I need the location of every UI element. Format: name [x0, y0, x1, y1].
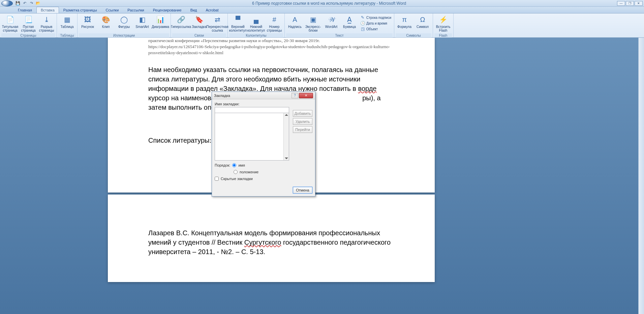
bookmark-list[interactable] — [215, 113, 289, 161]
hidden-bookmarks-checkbox[interactable] — [215, 177, 219, 181]
dialog-help-button[interactable]: ? — [292, 93, 298, 98]
document-workspace[interactable]: практической конференции «Перспективы ра… — [0, 38, 644, 314]
quick-access-toolbar: 💾 ↶ ↷ 📂 — [15, 1, 41, 6]
symbol-icon: Ω — [418, 15, 427, 24]
bookmark-name-label: Имя закладки: — [215, 102, 312, 106]
pagenum-icon: # — [270, 15, 279, 24]
office-button[interactable] — [1, 0, 13, 6]
smartart-button[interactable]: ◧SmartArt — [133, 15, 151, 33]
textbox-button[interactable]: AНадпись — [286, 15, 304, 33]
bookmark-dialog: Закладка ? ✕ Имя закладки: Добавить Удал… — [212, 92, 315, 197]
dialog-body: Имя закладки: Добавить Удалить Перейти П… — [212, 99, 315, 196]
clipart-icon: 🎨 — [101, 15, 111, 24]
table-button[interactable]: ▦Таблица — [58, 15, 76, 33]
tab-view[interactable]: Вид — [186, 7, 202, 13]
doc-url: https://docplayer.ru/126547106-Sekciya-p… — [148, 44, 394, 56]
header-button[interactable]: ▀Верхний колонтитул — [229, 15, 247, 33]
equation-button[interactable]: πФормула — [396, 15, 413, 33]
quickparts-button[interactable]: ▣Экспресс-блоки — [304, 15, 322, 33]
goto-bookmark-button[interactable]: Перейти — [293, 126, 312, 133]
sort-position-radio[interactable] — [234, 170, 238, 174]
dropcap-button[interactable]: A̲Буквица — [341, 15, 358, 33]
add-bookmark-button[interactable]: Добавить — [293, 110, 312, 117]
tab-mailings[interactable]: Рассылки — [123, 7, 148, 13]
document-page[interactable]: Лазарев В.С. Концептуальная модель форми… — [108, 195, 435, 282]
dialog-close-button[interactable]: ✕ — [299, 93, 313, 98]
minimize-button[interactable]: — — [617, 1, 625, 6]
sort-name-radio[interactable] — [232, 163, 236, 167]
datetime-icon: 🕓 — [360, 21, 365, 26]
crossref-button[interactable]: ⇄Перекрестная ссылка — [209, 15, 226, 33]
blank-page-icon: 📃 — [24, 15, 33, 24]
equation-icon: π — [400, 15, 409, 24]
vertical-scrollbar[interactable] — [638, 38, 644, 314]
page-number-button[interactable]: #Номер страницы — [266, 15, 283, 33]
clipart-button[interactable]: 🎨Клип — [97, 15, 115, 33]
table-icon: ▦ — [62, 15, 72, 24]
textbox-icon: A — [290, 15, 300, 24]
chart-button[interactable]: 📊Диаграмма — [152, 15, 169, 33]
embed-flash-button[interactable]: ⚡Встроить Flash — [434, 15, 452, 33]
group-symbols: πФормула ΩСимвол Символы — [394, 13, 433, 37]
smartart-icon: ◧ — [137, 15, 147, 24]
hidden-bookmarks-row: Скрытые закладки — [215, 177, 312, 181]
break-icon: ⤓ — [42, 15, 51, 24]
close-window-button[interactable]: ✕ — [635, 1, 643, 6]
group-label: Колонтитулы — [229, 33, 283, 38]
doc-line: практической конференции «Перспективы ра… — [148, 38, 394, 44]
group-illustrations: 🖼Рисунок 🎨Клип ◯Фигуры ◧SmartArt 📊Диагра… — [78, 13, 171, 37]
crossref-icon: ⇄ — [213, 15, 222, 24]
tab-page-layout[interactable]: Разметка страницы — [59, 7, 101, 13]
dropcap-icon: A̲ — [345, 15, 354, 24]
group-tables: ▦Таблица Таблицы — [57, 13, 78, 37]
footer-button[interactable]: ▄Нижний колонтитул — [247, 15, 265, 33]
flash-icon: ⚡ — [438, 15, 448, 24]
hyperlink-icon: 🔗 — [176, 15, 186, 24]
undo-icon[interactable]: ↶ — [22, 1, 28, 6]
symbol-button[interactable]: ΩСимвол — [414, 15, 431, 33]
dialog-titlebar[interactable]: Закладка ? ✕ — [212, 92, 315, 99]
hidden-bookmarks-label: Скрытые закладки — [221, 177, 253, 181]
tab-review[interactable]: Рецензирование — [149, 7, 186, 13]
picture-icon: 🖼 — [83, 15, 92, 24]
date-time-button[interactable]: 🕓Дата и время — [359, 21, 393, 26]
bookmark-button[interactable]: 🔖Закладка — [190, 15, 208, 33]
cover-page-button[interactable]: 📄Титульная страница — [1, 15, 19, 33]
list-scrollbar[interactable] — [283, 113, 289, 160]
group-pages: 📄Титульная страница 📃Пустая страница ⤓Ра… — [0, 13, 57, 37]
tab-acrobat[interactable]: Acrobat — [202, 7, 223, 13]
tab-insert[interactable]: Вставка — [36, 7, 59, 13]
picture-button[interactable]: 🖼Рисунок — [79, 15, 96, 33]
sort-order-row2: положение — [234, 170, 312, 174]
tab-home[interactable]: Главная — [13, 7, 36, 13]
redo-icon[interactable]: ↷ — [28, 1, 34, 6]
order-label: Порядок: — [215, 163, 230, 167]
group-label: Flash — [434, 33, 452, 38]
quickparts-icon: ▣ — [308, 15, 318, 24]
ribbon: 📄Титульная страница 📃Пустая страница ⤓Ра… — [0, 13, 644, 38]
shapes-icon: ◯ — [119, 15, 129, 24]
page-icon: 📄 — [5, 15, 15, 24]
group-label: Текст — [286, 33, 393, 38]
group-flash: ⚡Встроить Flash Flash — [433, 13, 454, 37]
delete-bookmark-button[interactable]: Удалить — [293, 118, 312, 125]
group-links: 🔗Гиперссылка 🔖Закладка ⇄Перекрестная ссы… — [171, 13, 228, 37]
page-break-button[interactable]: ⤓Разрыв страницы — [38, 15, 55, 33]
group-text: AНадпись ▣Экспресс-блоки 𝒲WordArt A̲Букв… — [285, 13, 394, 37]
restore-button[interactable]: ❐ — [626, 1, 634, 6]
hyperlink-button[interactable]: 🔗Гиперссылка — [172, 15, 190, 33]
tab-references[interactable]: Ссылки — [101, 7, 123, 13]
save-icon[interactable]: 💾 — [15, 1, 21, 6]
footer-icon: ▄ — [251, 15, 261, 24]
shapes-button[interactable]: ◯Фигуры — [115, 15, 133, 33]
cancel-button[interactable]: Отмена — [293, 187, 312, 194]
wordart-icon: 𝒲 — [327, 15, 336, 24]
wordart-button[interactable]: 𝒲WordArt — [323, 15, 340, 33]
open-icon[interactable]: 📂 — [35, 1, 41, 6]
signature-icon: ✎ — [360, 15, 365, 20]
object-button[interactable]: ◳Объект — [359, 26, 393, 32]
signature-line-button[interactable]: ✎Строка подписи — [359, 15, 393, 20]
bookmark-name-input[interactable] — [215, 107, 289, 113]
blank-page-button[interactable]: 📃Пустая страница — [20, 15, 37, 33]
header-icon: ▀ — [233, 15, 243, 24]
